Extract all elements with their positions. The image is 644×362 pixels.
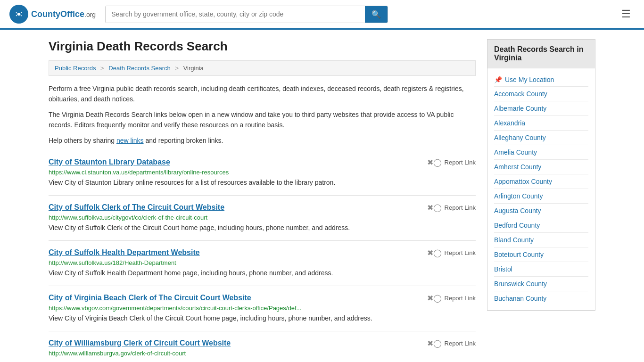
report-icon-1: ✖◯ (427, 203, 442, 212)
sidebar-county-link-4[interactable]: Amelia County (494, 145, 588, 159)
breadcrumb: Public Records > Death Records Search > … (49, 60, 476, 76)
header-right: ☰ (618, 6, 635, 22)
result-title-0[interactable]: City of Staunton Library Database (49, 158, 420, 166)
result-url-3: https://www.vbgov.com/government/departm… (49, 304, 476, 312)
location-icon: 📌 (494, 76, 502, 83)
sidebar-county-item-5: Amherst County (494, 159, 588, 174)
report-link-4[interactable]: ✖◯ Report Link (427, 339, 476, 348)
result-url-1: http://www.suffolkva.us/citygovt/co/cler… (49, 214, 476, 221)
report-icon-2: ✖◯ (427, 248, 442, 257)
sidebar-county-item-3: Alleghany County (494, 130, 588, 145)
use-my-location-link[interactable]: 📌 Use My Location (494, 73, 588, 86)
sidebar: Death Records Search in Virginia 📌 Use M… (487, 39, 595, 362)
result-desc-1: View City of Suffolk Clerk of the Circui… (49, 223, 476, 233)
report-icon-0: ✖◯ (427, 158, 442, 167)
report-link-0[interactable]: ✖◯ Report Link (427, 158, 476, 167)
report-icon-3: ✖◯ (427, 294, 442, 303)
report-icon-4: ✖◯ (427, 339, 442, 348)
search-input[interactable] (106, 6, 365, 23)
logo-text: CountyOffice.org (31, 9, 96, 19)
sidebar-county-link-8[interactable]: Augusta County (494, 204, 588, 218)
content-area: Virginia Death Records Search Public Rec… (49, 39, 476, 362)
site-header: CountyOffice.org 🔍 ☰ (0, 0, 644, 30)
breadcrumb-virginia: Virginia (183, 65, 204, 72)
sidebar-county-link-12[interactable]: Bristol (494, 262, 588, 276)
result-header-2: City of Suffolk Health Department Websit… (49, 248, 476, 257)
search-bar: 🔍 (105, 6, 388, 23)
results-list: City of Staunton Library Database ✖◯ Rep… (49, 150, 476, 362)
sidebar-county-link-7[interactable]: Arlington County (494, 189, 588, 203)
description-1: Perform a free Virginia public death rec… (49, 83, 476, 105)
result-item-3: City of Virginia Beach Clerk of The Circ… (49, 286, 476, 331)
sidebar-county-link-3[interactable]: Alleghany County (494, 131, 588, 145)
sidebar-content: 📌 Use My Location Accomack CountyAlbemar… (487, 68, 595, 311)
logo-icon (9, 5, 28, 24)
search-button[interactable]: 🔍 (365, 6, 388, 23)
sidebar-county-item-2: Alexandria (494, 115, 588, 130)
result-item-1: City of Suffolk Clerk of The Circuit Cou… (49, 196, 476, 241)
sidebar-county-link-0[interactable]: Accomack County (494, 87, 588, 101)
sidebar-heading: Death Records Search in Virginia (487, 39, 595, 68)
sidebar-county-link-1[interactable]: Albemarle County (494, 101, 588, 115)
description-3: Help others by sharing new links and rep… (49, 135, 476, 146)
result-title-4[interactable]: City of Williamsburg Clerk of Circuit Co… (49, 339, 420, 347)
breadcrumb-sep-1: > (100, 65, 104, 72)
sidebar-county-item-4: Amelia County (494, 145, 588, 159)
result-url-4: http://www.williamsburgva.gov/clerk-of-c… (49, 350, 476, 357)
sidebar-county-item-11: Botetourt County (494, 247, 588, 262)
menu-button[interactable]: ☰ (618, 6, 635, 22)
sidebar-county-link-14[interactable]: Buchanan County (494, 291, 588, 305)
sidebar-county-link-13[interactable]: Brunswick County (494, 277, 588, 291)
report-link-1[interactable]: ✖◯ Report Link (427, 203, 476, 212)
result-url-2: http://www.suffolkva.us/182/Health-Depar… (49, 259, 476, 266)
result-title-1[interactable]: City of Suffolk Clerk of The Circuit Cou… (49, 203, 420, 212)
sidebar-county-item-1: Albemarle County (494, 101, 588, 115)
sidebar-county-link-5[interactable]: Amherst County (494, 160, 588, 174)
result-item-4: City of Williamsburg Clerk of Circuit Co… (49, 331, 476, 362)
sidebar-county-item-9: Bedford County (494, 218, 588, 232)
sidebar-county-item-0: Accomack County (494, 86, 588, 101)
sidebar-county-list: Accomack CountyAlbemarle CountyAlexandri… (494, 86, 588, 305)
report-link-2[interactable]: ✖◯ Report Link (427, 248, 476, 257)
sidebar-county-item-10: Bland County (494, 232, 588, 247)
main-container: Virginia Death Records Search Public Rec… (39, 30, 605, 362)
result-item-0: City of Staunton Library Database ✖◯ Rep… (49, 150, 476, 196)
result-desc-0: View City of Staunton Library online res… (49, 178, 476, 188)
sidebar-county-link-9[interactable]: Bedford County (494, 218, 588, 232)
breadcrumb-sep-2: > (175, 65, 179, 72)
result-url-0: https://www.ci.staunton.va.us/department… (49, 169, 476, 176)
result-header-3: City of Virginia Beach Clerk of The Circ… (49, 294, 476, 303)
sidebar-county-item-7: Arlington County (494, 189, 588, 203)
page-title: Virginia Death Records Search (49, 39, 476, 54)
sidebar-county-item-6: Appomattox County (494, 174, 588, 189)
sidebar-county-item-14: Buchanan County (494, 291, 588, 305)
sidebar-county-item-13: Brunswick County (494, 276, 588, 291)
sidebar-county-link-11[interactable]: Botetourt County (494, 247, 588, 262)
search-icon: 🔍 (372, 10, 381, 18)
sidebar-county-link-6[interactable]: Appomattox County (494, 174, 588, 189)
report-link-3[interactable]: ✖◯ Report Link (427, 294, 476, 303)
result-header-0: City of Staunton Library Database ✖◯ Rep… (49, 158, 476, 167)
result-item-2: City of Suffolk Health Department Websit… (49, 241, 476, 286)
sidebar-county-link-10[interactable]: Bland County (494, 233, 588, 247)
result-desc-2: View City of Suffolk Health Department h… (49, 268, 476, 278)
hamburger-icon: ☰ (621, 8, 631, 20)
sidebar-county-item-8: Augusta County (494, 203, 588, 218)
new-links-link[interactable]: new links (116, 137, 144, 144)
sidebar-county-item-12: Bristol (494, 262, 588, 276)
description-2: The Virginia Death Records Search links … (49, 109, 476, 131)
result-title-3[interactable]: City of Virginia Beach Clerk of The Circ… (49, 294, 420, 302)
result-desc-3: View City of Virginia Beach Clerk of the… (49, 313, 476, 323)
result-title-2[interactable]: City of Suffolk Health Department Websit… (49, 248, 420, 257)
sidebar-county-link-2[interactable]: Alexandria (494, 116, 588, 130)
result-header-1: City of Suffolk Clerk of The Circuit Cou… (49, 203, 476, 212)
svg-point-1 (17, 13, 20, 16)
breadcrumb-public-records[interactable]: Public Records (55, 65, 96, 72)
breadcrumb-death-records[interactable]: Death Records Search (108, 65, 171, 72)
result-header-4: City of Williamsburg Clerk of Circuit Co… (49, 339, 476, 348)
logo-link[interactable]: CountyOffice.org (9, 5, 96, 24)
